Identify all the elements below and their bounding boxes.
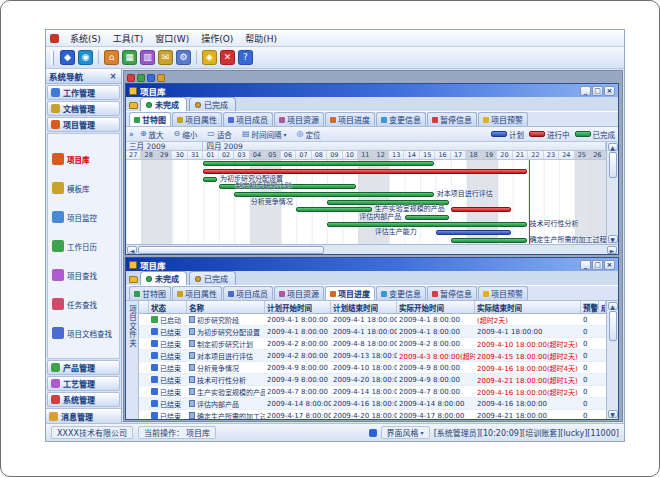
overflow-chevron-icon[interactable]: »: [129, 130, 134, 139]
cascade-icon[interactable]: [137, 74, 145, 82]
menu-item-system[interactable]: 系统(S): [64, 31, 107, 46]
gantt-chart[interactable]: 为初步研究分配设置制定初步研究计划对本项目进行评估分析竞争情况生产实验室规模的产…: [126, 160, 606, 244]
gantt-bar[interactable]: [203, 169, 526, 174]
gantt-view-tab-changes[interactable]: 变更信息: [376, 112, 426, 126]
sidebar-item-work-calendar[interactable]: 工作日历: [49, 240, 118, 252]
menu-item-help[interactable]: 帮助(H): [239, 31, 283, 46]
scroll-thumb[interactable]: [609, 311, 617, 341]
zoom-in-button[interactable]: ⊕放大: [136, 128, 168, 141]
table-view-tab-warning[interactable]: 项目预警: [478, 286, 528, 300]
table-header-3[interactable]: 计划结束时间: [331, 301, 397, 313]
table-view-tab-properties[interactable]: 项目属性: [172, 286, 222, 300]
sidebar-tab-messages[interactable]: 消息管理: [46, 408, 121, 423]
gantt-view-tab-warning[interactable]: 项目预警: [478, 112, 528, 126]
fit-button[interactable]: ▭适合: [203, 128, 236, 141]
sidebar-item-task-search[interactable]: 任务查找: [49, 298, 118, 310]
table-view-tab-pause[interactable]: 暂停信息: [427, 286, 477, 300]
table-row[interactable]: 已结束评估内部产品2009-4-14 8:00:002009-4-16 18:0…: [139, 398, 606, 410]
table-header-6[interactable]: 预警: [581, 301, 599, 313]
gantt-folder-tab-unfinished[interactable]: 未完成: [140, 97, 187, 111]
sidebar-section-system[interactable]: 系统管理: [47, 392, 120, 407]
table-header-5[interactable]: 实际结束时间: [475, 301, 581, 313]
sidebar-item-project-library[interactable]: 项目库: [49, 153, 118, 165]
sidebar-item-template-library[interactable]: 模板库: [49, 182, 118, 194]
table-row[interactable]: 已结束制定初步研究计划2009-4-2 8:00:002009-4-8 18:0…: [139, 338, 606, 350]
interval-button[interactable]: ▤时间间隔▾: [238, 128, 291, 141]
menu-item-operate[interactable]: 操作(O): [195, 31, 239, 46]
locate-button[interactable]: ◎定位: [292, 128, 324, 141]
table-view-tab-members[interactable]: 项目成员: [223, 286, 273, 300]
sidebar-item-project-search[interactable]: 项目查找: [49, 269, 118, 281]
gantt-view-tab-members[interactable]: 项目成员: [223, 112, 273, 126]
world-icon[interactable]: ◉: [78, 50, 93, 65]
table-folder-tab-unfinished[interactable]: 未完成: [140, 271, 187, 285]
lock-icon[interactable]: ◈: [202, 50, 217, 65]
scroll-thumb[interactable]: [609, 152, 617, 178]
sidebar-close-icon[interactable]: ×: [108, 71, 118, 81]
scroll-left-icon[interactable]: ◄: [127, 246, 137, 254]
table-close-button[interactable]: ×: [604, 260, 615, 270]
gantt-bar[interactable]: [405, 215, 449, 220]
help-icon[interactable]: ?: [238, 50, 253, 65]
home-icon[interactable]: ⌂: [104, 50, 119, 65]
gantt-view-tab-gantt[interactable]: 甘特图: [129, 112, 171, 126]
table-row[interactable]: 已结束确定生产所需的加工过程2009-4-17 8:00:002009-4-20…: [139, 410, 606, 419]
sidebar-section-doc[interactable]: 文档管理: [47, 101, 120, 116]
gantt-view-tab-resources[interactable]: 项目资源: [274, 112, 324, 126]
menu-item-window[interactable]: 窗口(W): [149, 31, 195, 46]
gantt-window-titlebar[interactable]: 项目库 _□×: [126, 84, 618, 97]
table-row[interactable]: 已结束对本项目进行评估2009-4-2 8:00:002009-4-13 18:…: [139, 350, 606, 362]
gantt-bar[interactable]: [451, 238, 526, 243]
gantt-bar[interactable]: [234, 192, 433, 197]
table-view-tab-progress[interactable]: 项目进度: [325, 286, 375, 300]
ui-style-selector[interactable]: 界面风格 ▾: [381, 426, 430, 439]
table-header-7[interactable]: 成: [599, 301, 606, 313]
exit-icon[interactable]: ✕: [220, 50, 235, 65]
table-header-1[interactable]: 名称: [187, 301, 265, 313]
table-view-tab-resources[interactable]: 项目资源: [274, 286, 324, 300]
gantt-bar[interactable]: [327, 200, 449, 205]
gantt-bar[interactable]: [436, 230, 511, 235]
table-view-tab-gantt[interactable]: 甘特图: [129, 286, 171, 300]
gantt-folder-tab-finished[interactable]: 已完成: [189, 97, 236, 111]
sidebar-section-work[interactable]: 工作管理: [47, 85, 120, 100]
refresh-icon[interactable]: [157, 74, 165, 82]
gantt-bar[interactable]: [451, 207, 511, 212]
table-header-4[interactable]: 实际开始时间: [397, 301, 475, 313]
table-header-2[interactable]: 计划开始时间: [265, 301, 331, 313]
report-icon[interactable]: ▥: [140, 50, 155, 65]
table-maximize-button[interactable]: □: [592, 260, 603, 270]
gantt-close-button[interactable]: ×: [604, 86, 615, 96]
sidebar-section-project[interactable]: 项目管理: [47, 117, 120, 132]
table-row[interactable]: 已结束为初步研究分配设置2009-4-1 8:00:002009-4-1 18:…: [139, 326, 606, 338]
table-vertical-scrollbar[interactable]: ▲ ▼: [606, 301, 618, 419]
calendar-icon[interactable]: ▦: [122, 50, 137, 65]
scroll-down-icon[interactable]: ▼: [608, 235, 618, 243]
scroll-thumb[interactable]: [138, 246, 324, 254]
table-folder-tab-finished[interactable]: 已完成: [189, 271, 236, 285]
table-row[interactable]: 已结束分析竞争情况2009-4-9 8:00:002009-4-10 18:00…: [139, 362, 606, 374]
gantt-view-tab-progress[interactable]: 项目进度: [325, 112, 375, 126]
scroll-up-icon[interactable]: ▲: [608, 143, 618, 151]
table-row[interactable]: 已结束生产实验室规模的产品2009-4-7 8:00:002009-4-14 1…: [139, 386, 606, 398]
scroll-up-icon[interactable]: ▲: [608, 302, 618, 310]
zoom-out-button[interactable]: ⊖缩小: [170, 128, 202, 141]
table-row[interactable]: 已启动初步研究阶段2009-4-1 8:00:002009-4-1 18:00:…: [139, 314, 606, 326]
settings-icon[interactable]: ⚙: [176, 50, 191, 65]
gantt-view-tab-pause[interactable]: 暂停信息: [427, 112, 477, 126]
gantt-bar[interactable]: [203, 177, 216, 182]
menu-item-tools[interactable]: 工具(T): [107, 31, 150, 46]
sidebar-section-product[interactable]: 产品管理: [47, 360, 120, 375]
gantt-bar[interactable]: [203, 161, 433, 166]
gantt-minimize-button[interactable]: _: [580, 86, 591, 96]
project-folder-side-tab[interactable]: 项目文件夹: [126, 301, 139, 419]
navigation-icon[interactable]: ◆: [60, 50, 75, 65]
gantt-bar[interactable]: [296, 207, 371, 212]
table-row[interactable]: 已结束技术可行性分析2009-4-9 8:00:002009-4-20 18:0…: [139, 374, 606, 386]
toolbar-grip[interactable]: [51, 51, 54, 65]
sidebar-item-project-monitor[interactable]: 项目监控: [49, 211, 118, 223]
table-view-tab-changes[interactable]: 变更信息: [376, 286, 426, 300]
tile-icon[interactable]: [147, 74, 155, 82]
gantt-horizontal-scrollbar[interactable]: ◄ ►: [126, 244, 618, 254]
table-header-0[interactable]: 状态: [149, 301, 187, 313]
